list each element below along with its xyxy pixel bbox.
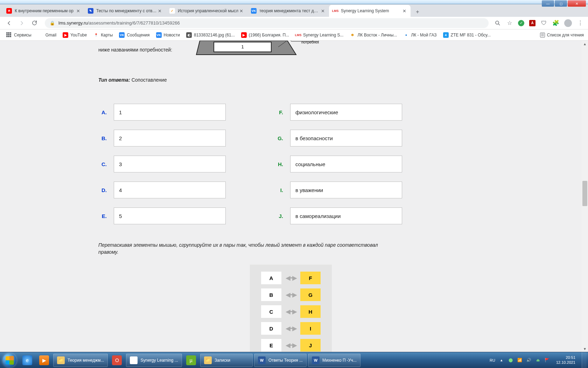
match-option-box[interactable]: в самореализации bbox=[290, 207, 402, 224]
vertical-scrollbar[interactable]: ▲ ▼ bbox=[582, 41, 588, 352]
tab-close-button[interactable]: ✕ bbox=[401, 8, 407, 14]
address-bar[interactable]: 🔒 lms.synergy.ru/assessments/training/6/… bbox=[45, 18, 489, 28]
tray-clock[interactable]: 20:51 12.10.2021 bbox=[553, 355, 578, 364]
bookmark-item[interactable]: GGmail bbox=[36, 31, 58, 39]
pair-row: D ◀━▶ I bbox=[256, 322, 326, 335]
taskbar-pin-ie[interactable]: e bbox=[19, 352, 36, 368]
bookmark-item[interactable]: ☸ЛК Восток - Личны... bbox=[348, 31, 399, 39]
taskbar-pin-media[interactable]: ▶ bbox=[36, 352, 52, 368]
profile-avatar[interactable] bbox=[564, 19, 572, 27]
pair-right-chip[interactable]: H bbox=[300, 305, 321, 318]
pair-right-chip[interactable]: J bbox=[300, 339, 321, 352]
taskbar-pinned-app[interactable]: O bbox=[108, 352, 125, 368]
bookmark-item[interactable]: 📍Карты bbox=[91, 31, 115, 39]
pair-right-chip[interactable]: I bbox=[300, 322, 321, 335]
bookmark-item[interactable]: ▶YouTube bbox=[61, 31, 89, 39]
nav-back-button[interactable] bbox=[4, 18, 14, 28]
tray-flag-icon[interactable]: 🚩 bbox=[544, 357, 550, 363]
show-desktop-button[interactable] bbox=[582, 352, 587, 368]
bookmark-item[interactable]: VKСообщения bbox=[117, 31, 152, 39]
extension-shield-icon[interactable]: 🛡 bbox=[540, 20, 547, 27]
pair-left-chip[interactable]: C bbox=[261, 305, 281, 318]
scrollbar-down-button[interactable]: ▼ bbox=[582, 346, 588, 352]
window-maximize-button[interactable]: ◻ bbox=[555, 0, 567, 7]
match-option-box[interactable]: 1 bbox=[114, 104, 226, 121]
tab-favicon: LMS bbox=[332, 8, 338, 14]
taskbar-window-button[interactable]: W Михненко П -Уч... bbox=[308, 354, 360, 367]
taskbar-window-icon: 📁 bbox=[204, 356, 212, 364]
tray-safe-remove-icon[interactable]: ⏏ bbox=[535, 357, 541, 363]
window-close-button[interactable]: ✕ bbox=[568, 0, 586, 7]
nav-reload-button[interactable] bbox=[29, 18, 39, 28]
tab-close-button[interactable]: ✕ bbox=[75, 8, 81, 14]
extension-adguard-icon[interactable]: ✓ bbox=[518, 20, 524, 26]
match-option-box[interactable]: 2 bbox=[114, 130, 226, 146]
tray-network-icon[interactable]: 📶 bbox=[517, 357, 523, 363]
nav-forward-button[interactable] bbox=[17, 18, 27, 28]
window-titlebar-spacer: — ◻ ✕ bbox=[0, 0, 588, 4]
taskbar-window-button[interactable]: ◎ Synergy Learning ... bbox=[126, 354, 182, 367]
bookmark-item[interactable]: LMSSynergy Learning S... bbox=[293, 31, 345, 39]
match-option-box[interactable]: в безопасности bbox=[290, 130, 402, 146]
tab-close-button[interactable]: ✕ bbox=[320, 8, 326, 14]
pair-row: A ◀━▶ F bbox=[256, 272, 326, 284]
pair-left-chip[interactable]: B bbox=[261, 288, 281, 301]
taskbar-window-button[interactable]: W Ответы Теория ... bbox=[254, 354, 307, 367]
match-option-box[interactable]: 5 bbox=[114, 207, 226, 224]
pair-left-chip[interactable]: D bbox=[261, 322, 281, 335]
extensions-puzzle-icon[interactable]: 🧩 bbox=[552, 20, 559, 27]
new-tab-button[interactable]: + bbox=[413, 7, 422, 17]
match-option-box[interactable]: в уважении bbox=[290, 182, 402, 198]
tab-title: История управленческой мысл bbox=[178, 8, 238, 13]
browser-tab[interactable]: VK теория менеджмента тест для с ✕ bbox=[247, 5, 329, 17]
match-option-box[interactable]: физиологические bbox=[290, 104, 402, 121]
bookmark-star-icon[interactable]: ☆ bbox=[506, 20, 513, 27]
tab-close-button[interactable]: ✕ bbox=[157, 8, 162, 14]
window-minimize-button[interactable]: — bbox=[542, 0, 554, 7]
match-option-box[interactable]: социальные bbox=[290, 156, 402, 172]
taskbar-pinned-app[interactable]: µ bbox=[183, 352, 200, 368]
tray-date: 12.10.2021 bbox=[556, 360, 575, 365]
arrow-left-icon bbox=[6, 20, 12, 26]
bookmark-label: Gmail bbox=[46, 33, 56, 38]
keyboard-language[interactable]: RU bbox=[490, 358, 495, 362]
browser-tab[interactable]: LMS Synergy Learning System ✕ bbox=[329, 5, 411, 17]
chrome-menu-button[interactable]: ⋮ bbox=[577, 20, 584, 27]
bookmark-item[interactable]: VKНовости bbox=[154, 31, 182, 39]
start-button[interactable] bbox=[0, 352, 19, 368]
match-letter: B. bbox=[98, 135, 107, 141]
taskbar-window-icon: W bbox=[312, 356, 320, 364]
bookmark-label: ZTE MF 831 - Обсу... bbox=[451, 33, 491, 38]
match-option-box[interactable]: 4 bbox=[114, 182, 226, 198]
extension-adobe-icon[interactable]: A bbox=[529, 20, 536, 26]
tray-shield-icon[interactable]: ⬤ bbox=[508, 357, 513, 363]
pair-left-chip[interactable]: E bbox=[261, 339, 281, 352]
apps-shortcut[interactable]: Сервисы bbox=[4, 31, 34, 39]
taskbar-app-icon: µ bbox=[186, 355, 196, 365]
taskbar-window-button[interactable]: 📁 Теория менеджм... bbox=[53, 354, 108, 367]
pair-arrow-icon: ◀━▶ bbox=[286, 291, 296, 299]
search-lens-icon[interactable] bbox=[494, 20, 501, 27]
scrollbar-up-button[interactable]: ▲ bbox=[582, 41, 588, 47]
match-option-box[interactable]: 3 bbox=[114, 156, 226, 172]
pairing-panel: A ◀━▶ FB ◀━▶ GC ◀━▶ HD ◀━▶ IE ◀━▶ J Вари… bbox=[250, 265, 332, 352]
bookmark-item[interactable]: ▶(1966) Болгария. П... bbox=[239, 31, 291, 39]
tab-close-button[interactable]: ✕ bbox=[238, 8, 244, 14]
pair-left-chip[interactable]: A bbox=[261, 272, 281, 284]
reading-list-button[interactable]: Список для чтения bbox=[540, 33, 584, 38]
bookmark-item[interactable]: 4ZTE MF 831 - Обсу... bbox=[441, 31, 493, 39]
bookmark-item[interactable]: ◐8133832146.jpg (61... bbox=[184, 31, 237, 39]
bookmark-favicon: 4 bbox=[443, 32, 449, 38]
pair-right-chip[interactable]: F bbox=[300, 272, 321, 284]
tray-up-icon[interactable]: ▴ bbox=[499, 357, 504, 363]
browser-tab[interactable]: ✎ Тесты по менеджменту с ответа ✕ bbox=[84, 5, 166, 17]
bookmark-item[interactable]: ●ЛК - Мой ГАЗ bbox=[401, 31, 439, 39]
bookmark-favicon: 📍 bbox=[93, 32, 99, 38]
scrollbar-thumb[interactable] bbox=[582, 181, 587, 206]
browser-tab[interactable]: Я К внутренним переменным ор ✕ bbox=[3, 5, 84, 17]
browser-tab[interactable]: ✓ История управленческой мысл ✕ bbox=[166, 5, 247, 17]
tray-volume-icon[interactable]: 🔊 bbox=[526, 357, 532, 363]
pair-right-chip[interactable]: G bbox=[300, 288, 321, 301]
taskbar-window-button[interactable]: 📁 Записки bbox=[200, 354, 253, 367]
bookmark-favicon: ● bbox=[403, 32, 409, 38]
